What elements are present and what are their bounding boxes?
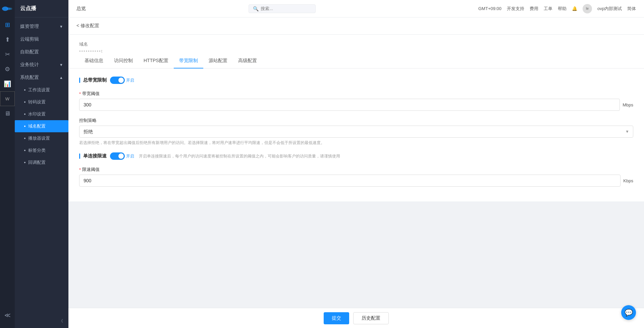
tab-origin[interactable]: 源站配置 bbox=[203, 54, 233, 68]
tab-access[interactable]: 访问控制 bbox=[109, 54, 138, 68]
domain-info: 域名 ••••••••••t bbox=[68, 35, 644, 54]
dot-icon bbox=[24, 126, 25, 127]
history-button[interactable]: 历史配置 bbox=[353, 312, 389, 324]
page-header: < 修改配置 bbox=[68, 17, 644, 35]
main-card: 域名 ••••••••••t 基础信息 访问控制 HTTPS配置 带宽限制 源站… bbox=[68, 35, 644, 201]
toggle-thumb bbox=[118, 78, 124, 83]
dot-icon bbox=[24, 89, 25, 91]
single-conn-hint: 开启单连接限速后，每个用户的访问速度将被控制在所设置的阈值之内，可能会影响客户的… bbox=[139, 153, 340, 159]
dot-icon bbox=[24, 113, 25, 115]
sidebar-title: 云点播 bbox=[15, 0, 68, 17]
dev-support-link[interactable]: 开发支持 bbox=[507, 6, 524, 12]
sidebar-sub-watermark[interactable]: 水印设置 bbox=[15, 108, 68, 120]
speed-input[interactable] bbox=[79, 175, 621, 187]
policy-select[interactable]: 拒绝 限速 bbox=[79, 126, 633, 138]
bandwidth-unit: Mbps bbox=[623, 102, 633, 107]
sidebar-item-business-stats[interactable]: 业务统计 ▼ bbox=[15, 58, 68, 71]
sidebar-section-main: 媒资管理 ▼ 云端剪辑 自助配置 业务统计 ▼ 系统配置 ▲ 工作流设置 转码设… bbox=[15, 17, 68, 171]
speed-label: * 限速阈值 bbox=[79, 167, 633, 173]
sidebar-item-media[interactable]: 媒资管理 ▼ bbox=[15, 20, 68, 33]
icon-w-box[interactable]: W bbox=[0, 91, 15, 106]
tab-advanced[interactable]: 高级配置 bbox=[233, 54, 262, 68]
sidebar-item-cloud-edit[interactable]: 云端剪辑 bbox=[15, 33, 68, 46]
form-content: 总带宽限制 开启 * 带宽阈值 bbox=[68, 68, 644, 201]
single-toggle-label: 开启 bbox=[126, 153, 134, 159]
total-bandwidth-title: 总带宽限制 bbox=[83, 77, 107, 83]
header-left: 总览 bbox=[76, 6, 86, 12]
top-header: 总览 🔍 GMT+09:00 开发支持 费用 工单 帮助 🔔 Ie ovp内部测… bbox=[68, 0, 644, 17]
timezone-label: GMT+09:00 bbox=[478, 6, 501, 11]
single-toggle-thumb bbox=[118, 153, 124, 159]
icon-display[interactable]: 🖥 bbox=[0, 106, 15, 121]
bandwidth-input-wrap: Mbps bbox=[79, 99, 633, 111]
dot-icon bbox=[24, 162, 25, 163]
toggle-track bbox=[110, 77, 125, 84]
chevron-icon-sys: ▲ bbox=[59, 76, 63, 80]
logo bbox=[0, 0, 15, 17]
speed-unit: Kbps bbox=[623, 178, 633, 183]
sidebar-item-sys-config[interactable]: 系统配置 ▲ bbox=[15, 71, 68, 84]
policy-group: 控制策略 拒绝 限速 ▼ 若选择拒绝，将在带宽超出阈值后拒绝所有新增用户的访问。… bbox=[79, 118, 633, 146]
header-right: GMT+09:00 开发支持 费用 工单 帮助 🔔 Ie ovp内部测试 简体 bbox=[478, 4, 636, 13]
total-bandwidth-header: 总带宽限制 开启 bbox=[79, 77, 633, 84]
sidebar-sub-domain[interactable]: 域名配置 bbox=[15, 120, 68, 132]
bandwidth-input[interactable] bbox=[79, 99, 620, 111]
chat-icon: 💬 bbox=[625, 309, 633, 317]
policy-label: 控制策略 bbox=[79, 118, 633, 124]
bandwidth-label: * 带宽阈值 bbox=[79, 91, 633, 97]
chat-fab-button[interactable]: 💬 bbox=[621, 305, 636, 320]
sidebar-item-self-config[interactable]: 自助配置 bbox=[15, 46, 68, 58]
policy-select-wrap: 拒绝 限速 ▼ bbox=[79, 126, 633, 138]
icon-scissors[interactable]: ✂ bbox=[0, 47, 15, 62]
back-button[interactable]: < 修改配置 bbox=[76, 23, 99, 29]
single-toggle-track bbox=[110, 152, 125, 160]
dot-icon bbox=[24, 101, 25, 103]
tab-basic[interactable]: 基础信息 bbox=[79, 54, 109, 68]
svg-point-2 bbox=[9, 8, 12, 10]
dot-icon bbox=[24, 150, 25, 151]
single-conn-title: 单连接限速 bbox=[83, 153, 107, 159]
username-label[interactable]: ovp内部测试 bbox=[597, 6, 622, 12]
sidebar-sub-callback[interactable]: 回调配置 bbox=[15, 156, 68, 169]
icon-cloud-upload[interactable]: ⬆ bbox=[0, 32, 15, 47]
sidebar-collapse-button[interactable]: 《 bbox=[15, 314, 68, 328]
billing-link[interactable]: 费用 bbox=[530, 6, 538, 12]
ticket-link[interactable]: 工单 bbox=[544, 6, 552, 12]
bandwidth-threshold-group: * 带宽阈值 Mbps bbox=[79, 91, 633, 111]
icon-grid[interactable]: ⊞ bbox=[0, 17, 15, 32]
tab-bandwidth[interactable]: 带宽限制 bbox=[174, 54, 203, 68]
footer: 提交 历史配置 bbox=[68, 308, 644, 328]
policy-hint: 若选择拒绝，将在带宽超出阈值后拒绝所有新增用户的访问。若选择限速，将对用户速率进… bbox=[79, 140, 633, 146]
sidebar-sub-tags[interactable]: 标签分类 bbox=[15, 144, 68, 156]
single-conn-header: 单连接限速 开启 开启单连接限速后，每个用户的访问速度将被控制在所设置的阈值之内… bbox=[79, 152, 633, 160]
help-link[interactable]: 帮助 bbox=[558, 6, 567, 12]
main-wrapper: 总览 🔍 GMT+09:00 开发支持 费用 工单 帮助 🔔 Ie ovp内部测… bbox=[68, 0, 644, 328]
submit-button[interactable]: 提交 bbox=[324, 312, 349, 324]
icon-sliders[interactable]: ⚙ bbox=[0, 62, 15, 77]
content-area: < 修改配置 域名 ••••••••••t 基础信息 访问控制 HTTPS配置 … bbox=[68, 17, 644, 308]
icon-chart[interactable]: 📊 bbox=[0, 77, 15, 91]
notification-icon[interactable]: 🔔 bbox=[572, 6, 577, 11]
icon-bar: ⊞ ⬆ ✂ ⚙ 📊 W 🖥 ≪ bbox=[0, 0, 15, 328]
sidebar-sub-transcode[interactable]: 转码设置 bbox=[15, 96, 68, 108]
tab-https[interactable]: HTTPS配置 bbox=[138, 54, 174, 68]
tabs: 基础信息 访问控制 HTTPS配置 带宽限制 源站配置 高级配置 bbox=[68, 54, 644, 68]
chevron-icon: ▼ bbox=[59, 25, 63, 29]
required-star: * bbox=[79, 91, 81, 96]
dot-icon bbox=[24, 138, 25, 139]
single-conn-toggle[interactable]: 开启 bbox=[110, 152, 134, 160]
sidebar: 云点播 媒资管理 ▼ 云端剪辑 自助配置 业务统计 ▼ 系统配置 ▲ 工作流设置… bbox=[15, 0, 68, 328]
icon-collapse[interactable]: ≪ bbox=[0, 308, 15, 323]
search-box[interactable]: 🔍 bbox=[249, 4, 316, 13]
speed-threshold-group: * 限速阈值 Kbps bbox=[79, 167, 633, 187]
sidebar-sub-player[interactable]: 播放器设置 bbox=[15, 132, 68, 144]
speed-required-star: * bbox=[79, 167, 81, 172]
total-bandwidth-toggle[interactable]: 开启 bbox=[110, 77, 134, 84]
domain-label: 域名 bbox=[79, 41, 633, 47]
overview-link[interactable]: 总览 bbox=[76, 6, 86, 12]
lang-label[interactable]: 简体 bbox=[627, 6, 636, 12]
avatar: Ie bbox=[583, 4, 592, 13]
search-icon: 🔍 bbox=[253, 6, 259, 11]
search-input[interactable] bbox=[261, 6, 311, 11]
sidebar-sub-workflow[interactable]: 工作流设置 bbox=[15, 84, 68, 96]
